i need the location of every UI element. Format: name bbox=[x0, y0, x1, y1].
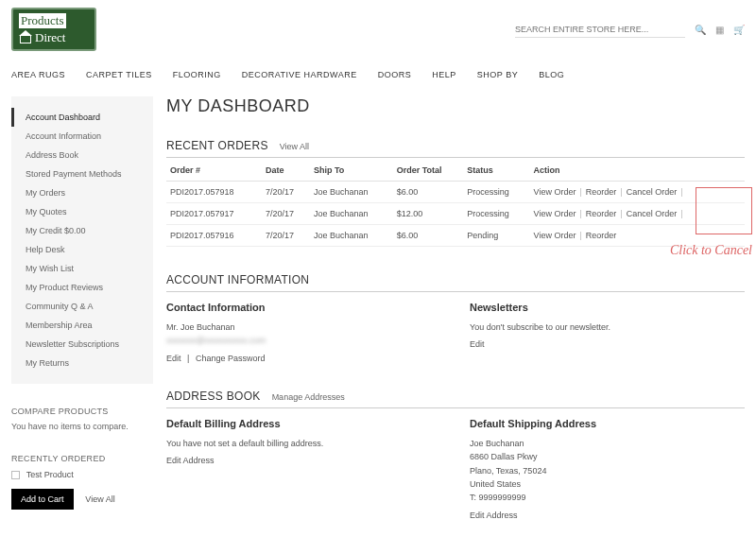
house-icon bbox=[19, 32, 32, 43]
cell-date: 7/20/17 bbox=[262, 225, 310, 247]
newsletter-edit[interactable]: Edit bbox=[470, 339, 485, 349]
nav-doors[interactable]: DOORS bbox=[378, 70, 412, 79]
contact-info-heading: Contact Information bbox=[166, 302, 441, 313]
cart-icon[interactable]: 🛒 bbox=[733, 25, 745, 35]
contact-name: Mr. Joe Buchanan bbox=[166, 320, 441, 334]
col-action: Action bbox=[530, 160, 745, 182]
cell-ship: Joe Buchanan bbox=[310, 225, 393, 247]
col-total: Order Total bbox=[393, 160, 464, 182]
orders-table: Order # Date Ship To Order Total Status … bbox=[166, 160, 745, 247]
sidebar-item-returns[interactable]: My Returns bbox=[11, 354, 153, 372]
view-order-link[interactable]: View Order bbox=[534, 187, 576, 197]
account-menu: Account Dashboard Account Information Ad… bbox=[11, 96, 153, 384]
cell-date: 7/20/17 bbox=[262, 203, 310, 225]
billing-edit[interactable]: Edit Address bbox=[166, 456, 215, 465]
nav-flooring[interactable]: FLOORING bbox=[173, 70, 221, 79]
reorder-link[interactable]: Reorder bbox=[586, 209, 617, 218]
reorder-link[interactable]: Reorder bbox=[586, 187, 617, 197]
cell-total: $12.00 bbox=[393, 203, 464, 225]
nav-shop-by[interactable]: SHOP BY bbox=[477, 70, 518, 79]
sidebar-item-community-qa[interactable]: Community Q & A bbox=[11, 297, 153, 316]
table-row: PDI2017.0579167/20/17Joe Buchanan$6.00Pe… bbox=[166, 225, 745, 247]
add-to-cart-button[interactable]: Add to Cart bbox=[11, 489, 74, 510]
recently-ordered-heading: RECENTLY ORDERED bbox=[11, 454, 153, 463]
cell-status: Pending bbox=[463, 225, 529, 247]
nav-help[interactable]: HELP bbox=[432, 70, 456, 79]
cell-status: Processing bbox=[463, 203, 529, 225]
logo-line2: Direct bbox=[35, 30, 65, 45]
sidebar-item-dashboard[interactable]: Account Dashboard bbox=[11, 108, 153, 127]
nav-area-rugs[interactable]: AREA RUGS bbox=[11, 70, 65, 79]
logo[interactable]: Products Direct bbox=[11, 8, 96, 51]
newsletter-status: You don't subscribe to our newsletter. bbox=[470, 320, 745, 334]
col-date: Date bbox=[262, 160, 310, 182]
sidebar-item-my-orders[interactable]: My Orders bbox=[11, 183, 153, 202]
sidebar-item-newsletter[interactable]: Newsletter Subscriptions bbox=[11, 335, 153, 354]
compare-heading: COMPARE PRODUCTS bbox=[11, 407, 153, 416]
recent-orders-view-all[interactable]: View All bbox=[280, 142, 309, 151]
sidebar-item-reviews[interactable]: My Product Reviews bbox=[11, 278, 153, 297]
sidebar-item-my-credit[interactable]: My Credit $0.00 bbox=[11, 221, 153, 240]
nav-decorative-hardware[interactable]: DECORATIVE HARDWARE bbox=[242, 70, 357, 79]
calculator-icon[interactable]: ▦ bbox=[715, 25, 724, 35]
table-row: PDI2017.0579177/20/17Joe Buchanan$12.00P… bbox=[166, 203, 745, 225]
cell-date: 7/20/17 bbox=[262, 182, 310, 203]
change-password[interactable]: Change Password bbox=[196, 354, 266, 363]
ship-line-2: Plano, Texas, 75024 bbox=[470, 464, 745, 477]
view-order-link[interactable]: View Order bbox=[534, 209, 576, 218]
cell-ship: Joe Buchanan bbox=[310, 182, 393, 203]
nav-carpet-tiles[interactable]: CARPET TILES bbox=[86, 70, 152, 79]
cell-num: PDI2017.057918 bbox=[166, 182, 262, 203]
ship-line-3: United States bbox=[470, 477, 745, 491]
main-nav: AREA RUGS CARPET TILES FLOORING DECORATI… bbox=[11, 70, 745, 79]
cancel-order-link[interactable]: Cancel Order bbox=[627, 209, 678, 218]
ship-line-1: 6860 Dallas Pkwy bbox=[470, 450, 745, 463]
sidebar-item-payment-methods[interactable]: Stored Payment Methods bbox=[11, 165, 153, 183]
cell-ship: Joe Buchanan bbox=[310, 203, 393, 225]
sidebar-item-wish-list[interactable]: My Wish List bbox=[11, 259, 153, 278]
address-book-heading: ADDRESS BOOK bbox=[166, 390, 261, 403]
sidebar-item-my-quotes[interactable]: My Quotes bbox=[11, 202, 153, 221]
sidebar-item-membership[interactable]: Membership Area bbox=[11, 316, 153, 335]
logo-line1: Products bbox=[19, 13, 66, 28]
page-title: MY DASHBOARD bbox=[166, 96, 745, 116]
ship-line-0: Joe Buchanan bbox=[470, 437, 745, 450]
shipping-heading: Default Shipping Address bbox=[470, 418, 745, 429]
cell-total: $6.00 bbox=[393, 182, 464, 203]
sidebar-item-address-book[interactable]: Address Book bbox=[11, 146, 153, 165]
nav-blog[interactable]: BLOG bbox=[539, 70, 564, 79]
annotation-box bbox=[696, 187, 752, 234]
cell-status: Processing bbox=[463, 182, 529, 203]
cancel-order-link[interactable]: Cancel Order bbox=[627, 187, 678, 197]
recent-item-label: Test Product bbox=[26, 470, 74, 479]
search-icon[interactable]: 🔍 bbox=[695, 25, 706, 35]
reorder-link[interactable]: Reorder bbox=[586, 231, 617, 240]
ship-line-4: T: 9999999999 bbox=[470, 491, 745, 504]
search-input[interactable] bbox=[515, 22, 685, 38]
col-status: Status bbox=[463, 160, 529, 182]
view-order-link[interactable]: View Order bbox=[534, 231, 576, 240]
sidebar-item-account-info[interactable]: Account Information bbox=[11, 127, 153, 146]
recent-view-all[interactable]: View All bbox=[85, 494, 114, 504]
sidebar-item-help-desk[interactable]: Help Desk bbox=[11, 240, 153, 259]
table-row: PDI2017.0579187/20/17Joe Buchanan$6.00Pr… bbox=[166, 182, 745, 203]
recent-item-checkbox[interactable] bbox=[11, 471, 20, 479]
compare-empty-text: You have no items to compare. bbox=[11, 422, 153, 431]
cell-num: PDI2017.057916 bbox=[166, 225, 262, 247]
recent-orders-heading: RECENT ORDERS bbox=[166, 139, 268, 152]
shipping-edit[interactable]: Edit Address bbox=[470, 511, 518, 520]
contact-edit[interactable]: Edit bbox=[166, 354, 181, 363]
account-info-heading: ACCOUNT INFORMATION bbox=[166, 273, 309, 286]
billing-heading: Default Billing Address bbox=[166, 418, 441, 429]
billing-text: You have not set a default billing addre… bbox=[166, 437, 441, 450]
cell-num: PDI2017.057917 bbox=[166, 203, 262, 225]
col-ship-to: Ship To bbox=[310, 160, 393, 182]
newsletters-heading: Newsletters bbox=[470, 302, 745, 313]
contact-email-blurred: xxxxxxx@xxxxxxxxxx.com bbox=[166, 334, 441, 347]
annotation-text: Click to Cancel bbox=[670, 243, 752, 258]
col-order-num: Order # bbox=[166, 160, 262, 182]
cell-total: $6.00 bbox=[393, 225, 464, 247]
manage-addresses[interactable]: Manage Addresses bbox=[272, 392, 345, 402]
